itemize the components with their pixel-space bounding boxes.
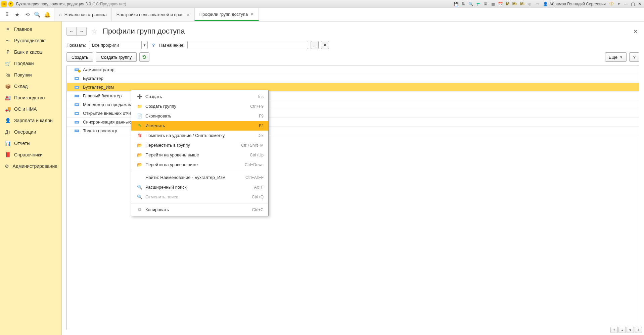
sidebar-item-chart[interactable]: ⤳Руководителю [0,35,61,46]
preview-icon[interactable]: 🔍 [467,1,474,7]
show-select[interactable]: Все профили ▼ [89,41,148,49]
sidebar-item-menu[interactable]: ≡Главное [0,23,61,35]
print-icon[interactable]: 🖶 [460,1,467,7]
profile-name: Главный бухгалтер [83,93,122,98]
refresh-button[interactable] [139,52,149,62]
nav-down-button[interactable]: ▼ [627,327,634,333]
context-menu-item[interactable]: 📁Создать группуCtrl+F9 [131,101,268,111]
sidebar-item-factory[interactable]: 🏭Производство [0,92,61,103]
context-menu-shortcut: F9 [259,114,264,118]
sidebar-item-box[interactable]: 📦Склад [0,81,61,92]
app-menu-dropdown-icon[interactable]: ▾ [8,1,13,7]
section-sidebar: ≡Главное⤳Руководителю₽Банк и касса🛒Прода… [0,21,62,335]
tab-user-settings[interactable]: Настройки пользователей и прав ✕ [111,8,195,21]
purpose-pick-button[interactable]: … [311,41,319,49]
sidebar-item-gear[interactable]: ⚙Администрирование [0,160,61,172]
sidebar-item-person[interactable]: 👤Зарплата и кадры [0,115,61,126]
sidebar-item-basket[interactable]: 🛍Покупки [0,69,61,81]
sidebar-item-label: Отчеты [14,141,30,146]
home-icon: ⌂ [59,12,62,17]
context-menu-item[interactable]: 📂Перейти на уровень нижеCtrl+Down [131,160,268,170]
context-menu-item[interactable]: 📂Перейти на уровень вышеCtrl+Up [131,150,268,160]
context-menu-shortcut: Ctrl+F9 [250,104,264,109]
create-button[interactable]: Создать [66,52,93,62]
calendar-icon[interactable]: 📅 [497,1,504,7]
sidebar-item-book[interactable]: 📕Справочники [0,149,61,160]
sidebar-item-truck[interactable]: 🚚ОС и НМА [0,103,61,115]
help-button[interactable]: ? [629,52,639,62]
nav-forward-button[interactable]: → [77,27,87,36]
context-menu-item[interactable]: ⧉КопироватьCtrl+C [131,205,268,214]
context-menu-label: Отменить поиск [145,194,252,199]
sidebar-item-ops[interactable]: ДтОперации [0,126,61,138]
profile-row[interactable]: Бухгалтер [67,74,639,83]
print2-icon[interactable]: 🖶 [482,1,489,7]
nav-last-button[interactable]: ⤓ [635,327,642,333]
memory-mminus-button[interactable]: M- [519,1,526,7]
close-tab-icon[interactable]: ✕ [250,12,254,16]
app-title-suffix: (1С:Предприятие) [92,2,126,6]
context-menu-item[interactable]: 🔍Расширенный поискAlt+F [131,182,268,192]
memory-mplus-button[interactable]: M+ [512,1,518,7]
current-user[interactable]: 👤 Абрамов Геннадий Сергеевич [543,2,606,6]
maximize-button[interactable]: ▢ [630,1,636,7]
close-page-button[interactable]: ✕ [631,27,639,35]
minimize-button[interactable]: — [623,1,629,7]
context-menu-shortcut: Ctrl+Q [252,195,264,199]
favorite-star-icon[interactable]: ☆ [89,27,99,36]
help-hint-icon[interactable]: ? [150,42,156,48]
context-menu-item[interactable]: ✎ИзменитьF2 [131,121,268,131]
gear-icon: ⚙ [4,163,10,169]
save-icon[interactable]: 💾 [453,1,459,7]
context-menu-item[interactable]: 📄СкопироватьF9 [131,111,268,121]
truck-icon: 🚚 [4,106,11,112]
up-icon: 📂 [136,152,143,157]
nav-up-button[interactable]: ▲ [618,327,626,333]
profile-name: Только просмотр [83,128,117,133]
history-icon[interactable]: ⟲ [22,8,32,21]
info-icon[interactable]: ⓘ [608,1,615,7]
search-top-icon[interactable]: 🔍 [32,8,42,21]
dropdown-icon[interactable]: ▾ [615,1,622,7]
sidebar-item-ruble[interactable]: ₽Банк и касса [0,46,61,58]
favorites-icon[interactable]: ★ [12,8,22,21]
create-group-button[interactable]: Создать группу [96,52,137,62]
memory-m-button[interactable]: M [504,1,511,7]
item-icon [74,103,80,106]
sidebar-item-bars[interactable]: 📊Отчеты [0,138,61,149]
context-menu-label: Копировать [145,207,252,212]
more-label: Еще [609,55,617,60]
calc-icon[interactable]: ▦ [490,1,496,7]
chevron-down-icon[interactable]: ▼ [141,41,147,49]
sidebar-item-label: Склад [14,84,28,89]
zoom-icon[interactable]: ⊕ [526,1,533,7]
nav-first-button[interactable]: ⤒ [610,327,618,333]
context-menu-item[interactable]: 📂Переместить в группуCtrl+Shift+M [131,140,268,150]
purpose-input[interactable] [187,41,308,49]
tab-home[interactable]: ⌂ Начальная страница [54,8,112,21]
context-menu-item[interactable]: Найти: Наименование - Бухгалтер_ИзмCtrl+… [131,173,268,182]
window-icon[interactable]: ▭ [534,1,541,7]
down-icon: 📂 [136,162,143,167]
apps-grid-icon[interactable]: ⠿ [2,8,12,21]
tab-access-profiles[interactable]: Профили групп доступа ✕ [194,8,259,21]
sidebar-item-label: Покупки [14,72,32,78]
purpose-clear-button[interactable]: ✕ [321,41,329,49]
close-tab-icon[interactable]: ✕ [186,12,190,17]
sidebar-item-cart[interactable]: 🛒Продажи [0,58,61,69]
context-menu-item[interactable]: 🗑Пометить на удаление / Снять пометкуDel [131,131,268,140]
plus-icon: ➕ [136,94,143,99]
context-menu-item[interactable]: ➕СоздатьIns [131,92,268,101]
page-header: ← → ☆ Профили групп доступа ✕ [62,21,644,38]
notifications-icon[interactable]: 🔔 [42,8,52,21]
compare-icon[interactable]: ⇄ [475,1,481,7]
profile-row[interactable]: Администратор [67,65,639,74]
context-menu-label: Найти: Наименование - Бухгалтер_Изм [145,175,245,180]
more-menu-button[interactable]: Еще ▼ [605,52,627,62]
sidebar-item-label: Операции [14,129,36,135]
context-menu-label: Создать [145,94,258,99]
close-window-button[interactable]: ✕ [637,1,643,7]
show-select-value: Все профили [89,43,141,48]
context-menu-shortcut: Ins [258,94,264,99]
nav-back-button[interactable]: ← [66,27,77,36]
